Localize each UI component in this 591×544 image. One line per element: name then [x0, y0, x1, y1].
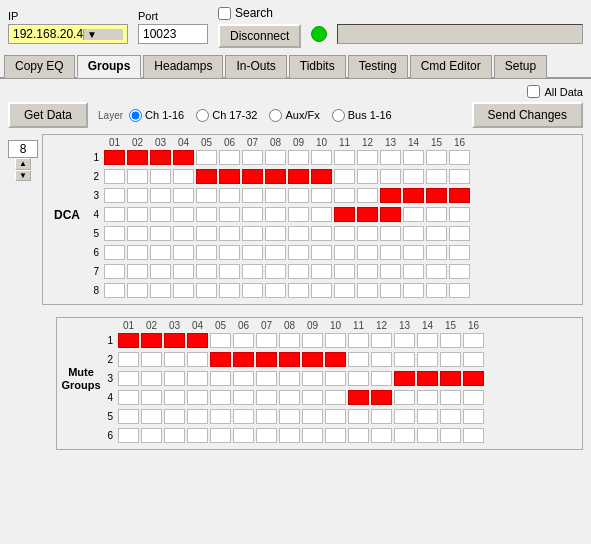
mute-cell[interactable] [141, 409, 162, 424]
mute-cell[interactable] [463, 352, 484, 367]
dca-cell[interactable] [380, 245, 401, 260]
mute-cell[interactable] [302, 371, 323, 386]
dca-cell[interactable] [196, 245, 217, 260]
mute-cell[interactable] [463, 371, 484, 386]
mute-cell[interactable] [233, 428, 254, 443]
mute-cell[interactable] [371, 409, 392, 424]
mute-cell[interactable] [164, 333, 185, 348]
dca-cell[interactable] [219, 188, 240, 203]
dca-cell[interactable] [288, 226, 309, 241]
tab-headamps[interactable]: Headamps [143, 55, 223, 78]
mute-cell[interactable] [440, 371, 461, 386]
mute-cell[interactable] [348, 352, 369, 367]
port-input[interactable] [138, 24, 208, 44]
mute-cell[interactable] [302, 390, 323, 405]
dca-cell[interactable] [265, 264, 286, 279]
dca-cell[interactable] [150, 150, 171, 165]
dca-cell[interactable] [288, 150, 309, 165]
dca-cell[interactable] [334, 169, 355, 184]
dca-cell[interactable] [403, 207, 424, 222]
ip-dropdown-btn[interactable]: ▼ [83, 29, 123, 40]
mute-cell[interactable] [118, 333, 139, 348]
dca-cell[interactable] [196, 283, 217, 298]
dca-cell[interactable] [219, 226, 240, 241]
dca-cell[interactable] [449, 207, 470, 222]
mute-cell[interactable] [164, 390, 185, 405]
dca-cell[interactable] [357, 245, 378, 260]
mute-cell[interactable] [279, 352, 300, 367]
mute-cell[interactable] [325, 333, 346, 348]
mute-cell[interactable] [279, 371, 300, 386]
mute-cell[interactable] [210, 428, 231, 443]
mute-cell[interactable] [463, 409, 484, 424]
mute-cell[interactable] [325, 352, 346, 367]
dca-cell[interactable] [426, 188, 447, 203]
mute-cell[interactable] [417, 333, 438, 348]
mute-cell[interactable] [256, 428, 277, 443]
mute-cell[interactable] [348, 409, 369, 424]
dca-cell[interactable] [357, 207, 378, 222]
dca-cell[interactable] [150, 207, 171, 222]
dca-cell[interactable] [173, 264, 194, 279]
dca-cell[interactable] [104, 150, 125, 165]
dca-cell[interactable] [311, 264, 332, 279]
mute-cell[interactable] [187, 333, 208, 348]
mute-cell[interactable] [417, 390, 438, 405]
dca-cell[interactable] [311, 283, 332, 298]
dca-cell[interactable] [403, 283, 424, 298]
mute-cell[interactable] [394, 390, 415, 405]
dca-cell[interactable] [265, 188, 286, 203]
dca-cell[interactable] [127, 226, 148, 241]
mute-cell[interactable] [440, 352, 461, 367]
dca-cell[interactable] [150, 169, 171, 184]
mute-cell[interactable] [118, 409, 139, 424]
mute-cell[interactable] [256, 409, 277, 424]
dca-cell[interactable] [265, 150, 286, 165]
get-data-button[interactable]: Get Data [8, 102, 88, 128]
radio-ch17-32[interactable]: Ch 17-32 [196, 109, 257, 122]
dca-cell[interactable] [242, 245, 263, 260]
mute-cell[interactable] [279, 333, 300, 348]
mute-cell[interactable] [371, 390, 392, 405]
dca-cell[interactable] [150, 264, 171, 279]
dca-cell[interactable] [334, 264, 355, 279]
mute-cell[interactable] [256, 352, 277, 367]
dca-cell[interactable] [288, 264, 309, 279]
spinner-input[interactable] [8, 140, 38, 158]
dca-cell[interactable] [150, 283, 171, 298]
dca-cell[interactable] [311, 150, 332, 165]
dca-cell[interactable] [403, 169, 424, 184]
mute-cell[interactable] [463, 428, 484, 443]
mute-cell[interactable] [210, 409, 231, 424]
dca-cell[interactable] [426, 207, 447, 222]
dca-cell[interactable] [219, 245, 240, 260]
mute-cell[interactable] [118, 371, 139, 386]
dca-cell[interactable] [265, 207, 286, 222]
mute-cell[interactable] [187, 390, 208, 405]
mute-cell[interactable] [394, 409, 415, 424]
dca-cell[interactable] [265, 226, 286, 241]
mute-cell[interactable] [371, 428, 392, 443]
dca-cell[interactable] [311, 207, 332, 222]
dca-cell[interactable] [242, 188, 263, 203]
radio-aux-fx[interactable]: Aux/Fx [269, 109, 319, 122]
dca-cell[interactable] [242, 150, 263, 165]
dca-cell[interactable] [403, 150, 424, 165]
mute-cell[interactable] [210, 352, 231, 367]
dca-cell[interactable] [403, 245, 424, 260]
dca-cell[interactable] [426, 245, 447, 260]
mute-cell[interactable] [417, 371, 438, 386]
dca-cell[interactable] [104, 264, 125, 279]
dca-cell[interactable] [150, 188, 171, 203]
dca-cell[interactable] [127, 188, 148, 203]
mute-cell[interactable] [463, 390, 484, 405]
dca-cell[interactable] [449, 169, 470, 184]
dca-cell[interactable] [311, 188, 332, 203]
search-checkbox[interactable] [218, 7, 231, 20]
dca-cell[interactable] [380, 264, 401, 279]
dca-cell[interactable] [288, 188, 309, 203]
dca-cell[interactable] [127, 150, 148, 165]
dca-cell[interactable] [357, 283, 378, 298]
mute-cell[interactable] [210, 390, 231, 405]
mute-cell[interactable] [233, 333, 254, 348]
